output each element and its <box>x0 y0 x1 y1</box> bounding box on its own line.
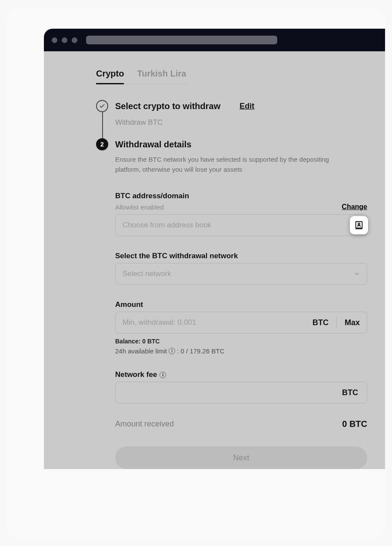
next-button[interactable]: Next <box>115 446 367 469</box>
fee-unit: BTC <box>342 388 358 397</box>
page-content: Crypto Turkish Lira Select crypto to wit… <box>44 51 385 469</box>
step-2-description: Ensure the BTC network you have selected… <box>115 155 345 174</box>
address-book-button[interactable] <box>350 216 368 234</box>
step-connector <box>102 112 103 140</box>
fee-label-text: Network fee <box>115 370 157 379</box>
amount-input-box[interactable]: BTC Max <box>115 312 367 333</box>
edit-link[interactable]: Edit <box>239 102 254 111</box>
amount-received-row: Amount received 0 BTC <box>115 419 367 429</box>
info-icon[interactable]: i <box>159 372 166 378</box>
limit-prefix: 24h available limit <box>115 347 167 355</box>
step-1-subtitle: Withdraw BTC <box>115 118 385 127</box>
stepper: Select crypto to withdraw Edit Withdraw … <box>96 100 385 174</box>
info-icon[interactable]: i <box>169 348 175 354</box>
step-1-row: Select crypto to withdraw Edit <box>96 100 385 112</box>
maximize-dot[interactable] <box>72 37 77 43</box>
address-input[interactable] <box>123 221 360 230</box>
balance-text: Balance: 0 BTC <box>115 338 367 345</box>
amount-input[interactable] <box>123 318 305 327</box>
address-label: BTC address/domain <box>115 192 367 200</box>
fee-label: Network fee i <box>115 370 367 379</box>
url-bar[interactable] <box>86 36 277 44</box>
change-link[interactable]: Change <box>342 203 367 211</box>
fee-field-group: Network fee i BTC <box>115 370 367 403</box>
tab-turkish-lira[interactable]: Turkish Lira <box>137 69 186 84</box>
network-label: Select the BTC withdrawal network <box>115 252 367 260</box>
network-field-group: Select the BTC withdrawal network Select… <box>115 252 367 285</box>
limit-value: : 0 / 179.26 BTC <box>177 347 224 355</box>
chevron-down-icon <box>354 271 360 277</box>
svg-point-1 <box>358 223 360 225</box>
withdraw-tabs: Crypto Turkish Lira <box>96 69 187 84</box>
address-field-group: BTC address/domain Allowlist enabled Cha… <box>115 192 367 236</box>
amount-unit: BTC <box>305 316 337 329</box>
tab-crypto[interactable]: Crypto <box>96 69 124 84</box>
max-button[interactable]: Max <box>337 318 360 327</box>
browser-titlebar <box>44 29 385 51</box>
network-select[interactable]: Select network <box>115 263 367 285</box>
step-2-row: 2 Withdrawal details <box>96 138 385 150</box>
step-2-title: Withdrawal details <box>115 140 191 150</box>
step-2-badge: 2 <box>96 138 108 150</box>
withdraw-form: BTC address/domain Allowlist enabled Cha… <box>115 192 367 469</box>
allowlist-label: Allowlist enabled <box>115 203 164 211</box>
fee-display: BTC <box>115 382 367 403</box>
address-book-icon <box>354 220 364 230</box>
network-placeholder: Select network <box>123 270 171 278</box>
received-value: 0 BTC <box>342 419 367 429</box>
browser-window: Crypto Turkish Lira Select crypto to wit… <box>44 29 385 469</box>
close-dot[interactable] <box>52 37 57 43</box>
check-icon <box>96 100 108 112</box>
window-controls <box>52 37 77 43</box>
minimize-dot[interactable] <box>62 37 67 43</box>
step-1-title: Select crypto to withdraw <box>115 101 220 111</box>
amount-label: Amount <box>115 300 367 309</box>
amount-field-group: Amount BTC Max Balance: 0 BTC 24h availa… <box>115 300 367 355</box>
received-label: Amount received <box>115 419 174 429</box>
address-input-box[interactable] <box>115 214 367 236</box>
limit-row: 24h available limit i : 0 / 179.26 BTC <box>115 347 367 355</box>
